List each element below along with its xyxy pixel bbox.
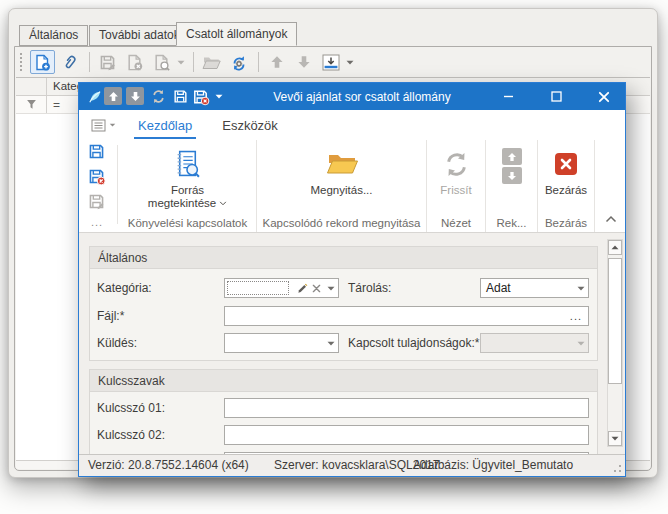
ribbon-tab-eszkozok[interactable]: Eszközök (207, 110, 293, 140)
qat-save-button[interactable] (171, 83, 189, 110)
dropdown-caret[interactable] (323, 279, 338, 297)
tab-altalanos[interactable]: Általános (19, 25, 88, 46)
tarolas-combo[interactable]: Adat (480, 278, 589, 298)
save-to-file-button[interactable] (318, 50, 343, 74)
tab-tovabbi-adatok[interactable]: További adatok (89, 25, 190, 46)
dropdown-caret[interactable] (323, 334, 338, 352)
ribbon-tab-kezdolap[interactable]: Kezdőlap (123, 110, 207, 140)
group-header: Általános (90, 247, 597, 269)
ribbon-app-menu-button[interactable] (87, 115, 119, 135)
kulcsszo-01-label: Kulcsszó 01: (97, 398, 165, 418)
ribbon-tab-label: Eszközök (222, 118, 278, 133)
ribbon-group-label: Könyvelési kapcsolatok (119, 217, 256, 229)
groupbox-kulcsszavak: Kulcsszavak Kulcsszó 01: Kulcsszó 02: Ku… (89, 369, 598, 454)
fajl-label: Fájl:* (97, 306, 124, 326)
arrow-down-icon (507, 171, 517, 181)
menu-list-icon (91, 119, 106, 132)
dropdown-caret[interactable] (573, 279, 588, 297)
toolbar-grip[interactable] (20, 53, 26, 71)
ribbon-groups: Forrás megtekintése Könyvelési kapcsolat… (119, 140, 597, 232)
minimize-button[interactable] (497, 83, 519, 110)
ribbon-collapse-button[interactable] (602, 211, 620, 226)
scroll-up-button[interactable] (608, 240, 622, 255)
close-button[interactable] (591, 83, 617, 110)
app-logo-icon (86, 83, 104, 110)
tab-label: Csatolt állományok (186, 27, 287, 41)
tab-csatolt-allomanyok[interactable]: Csatolt állományok (176, 22, 297, 46)
open-attachment-button[interactable] (199, 50, 224, 74)
forras-megtekintese-button[interactable]: Forrás megtekintése (148, 144, 227, 210)
record-down-button[interactable] (502, 167, 522, 184)
grid-indicator-header[interactable] (16, 78, 47, 95)
save-download-icon (322, 54, 340, 71)
filter-operator: = (53, 98, 60, 112)
chevron-down-icon (577, 286, 585, 291)
ribbon-body: ... (79, 140, 625, 233)
bezaras-button[interactable]: Bezárás (545, 144, 587, 197)
preview-attachment-button[interactable] (149, 50, 174, 74)
resize-grip[interactable] (611, 462, 621, 472)
paperclip-icon (61, 54, 78, 71)
ribbon-group-konyvelesi-kapcsolatok: Forrás megtekintése Könyvelési kapcsolat… (119, 140, 257, 232)
edit-pencil-icon[interactable] (295, 279, 309, 297)
filter-row-indicator[interactable] (16, 96, 47, 113)
qat-move-up-button[interactable] (104, 87, 122, 105)
fajl-field[interactable]: ... (224, 306, 589, 326)
delete-attachment-button[interactable] (122, 50, 147, 74)
maximize-button[interactable] (545, 83, 567, 110)
megnyitas-button[interactable]: Megnyitás... (311, 144, 373, 197)
chevron-down-icon (577, 341, 585, 346)
mini-save-close-button[interactable] (85, 166, 107, 187)
scrollbar-thumb[interactable] (608, 258, 622, 384)
ribbon-group-kapcsolodo-rekord: Megnyitás... Kapcsolódó rekord megnyitás… (257, 140, 427, 232)
move-up-button[interactable] (264, 50, 289, 74)
kuldes-combo[interactable] (224, 333, 339, 353)
scroll-down-button[interactable] (608, 431, 622, 446)
kategoria-combo[interactable] (224, 278, 339, 298)
attachment-settings-button[interactable] (226, 50, 251, 74)
mini-save-button[interactable] (85, 141, 107, 162)
frissit-button[interactable]: Frissít (440, 144, 471, 197)
dialog-titlebar[interactable]: Vevői ajánlat sor csatolt állomány (79, 83, 625, 110)
open-folder-icon (326, 151, 358, 177)
group-title: Kulcsszavak (98, 374, 165, 388)
preview-dropdown-caret[interactable] (176, 50, 186, 74)
chevron-down-icon (346, 60, 354, 65)
refresh-icon (151, 89, 166, 104)
chevron-down-icon (219, 201, 227, 206)
qat-dropdown-caret[interactable] (214, 83, 224, 110)
arrow-down-icon (297, 55, 311, 69)
source-notebook-search-icon (174, 149, 201, 179)
refresh-icon (443, 151, 470, 178)
qat-move-down-button[interactable] (126, 87, 144, 105)
kulcsszo-01-field[interactable] (224, 398, 589, 418)
kapcsolt-tulajdonsagok-combo (480, 333, 589, 353)
dialog-form: Általános Kategória: Tárolás: (79, 233, 625, 454)
button-caption: Bezárás (545, 184, 587, 197)
ribbon-tab-row: Kezdőlap Eszközök (79, 110, 625, 140)
record-up-button[interactable] (502, 148, 522, 165)
ribbon-group-label: Kapcsolódó rekord megnyitása (257, 217, 426, 229)
move-down-button[interactable] (291, 50, 316, 74)
add-attachment-button[interactable] (30, 50, 55, 74)
kulcsszo-02-field[interactable] (224, 425, 589, 445)
status-version: Verzió: 20.8.7552.14604 (x64) (88, 455, 249, 476)
dialog-title: Vevői ajánlat sor csatolt állomány (239, 83, 485, 110)
groupbox-altalanos: Általános Kategória: Tárolás: (89, 246, 598, 361)
attach-file-button[interactable] (57, 50, 82, 74)
edit-attachment-button[interactable] (95, 50, 120, 74)
browse-button[interactable]: ... (564, 307, 588, 325)
mini-save-edit-button[interactable] (85, 191, 107, 212)
chevron-up-icon (605, 215, 617, 223)
ribbon-overflow-button[interactable]: ... (85, 216, 109, 228)
clear-icon[interactable] (309, 279, 323, 297)
ribbon-group-nezet: Frissít Nézet (427, 140, 486, 232)
qat-refresh-button[interactable] (149, 83, 167, 110)
kapcsolt-tulajdonsagok-label: Kapcsolt tulajdonságok:* (348, 333, 479, 353)
qat-save-close-button[interactable] (191, 83, 210, 110)
save-dropdown-caret[interactable] (345, 50, 355, 74)
chevron-down-icon (177, 60, 185, 65)
form-scrollbar[interactable] (607, 239, 623, 447)
chevron-down-icon (215, 94, 223, 99)
ribbon-group-label: Bezárás (538, 217, 594, 229)
